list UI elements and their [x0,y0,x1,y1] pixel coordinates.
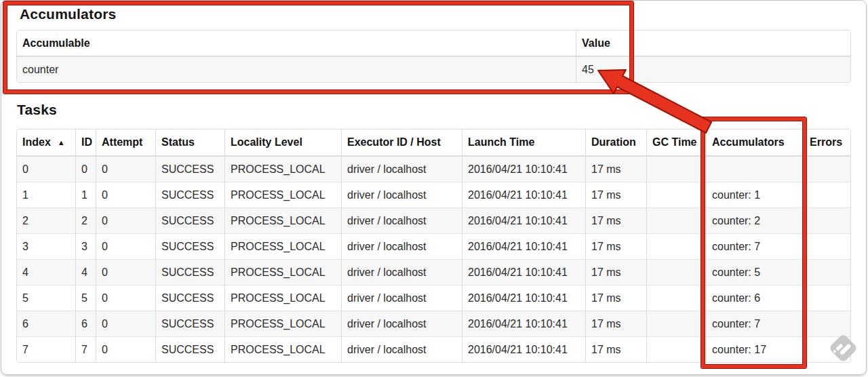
accumulators-section-title: Accumulators [20,6,116,22]
index-column-header[interactable]: Index▲ [17,130,75,157]
accumulator-row: counter 45 [17,57,850,82]
task-cell-accumulators: counter: 6 [706,285,804,311]
id-column-header[interactable]: ID [75,130,96,157]
task-cell-executor-id-host: driver / localhost [341,182,462,207]
task-cell-executor-id-host: driver / localhost [341,233,462,259]
task-cell-gc-time [646,207,706,233]
task-cell-accumulators: counter: 7 [706,233,804,259]
task-cell-id: 1 [75,182,96,207]
task-cell-executor-id-host: driver / localhost [341,336,462,362]
locality-level-column-header[interactable]: Locality Level [224,130,341,157]
task-cell-errors [804,182,850,207]
task-cell-locality-level: PROCESS_LOCAL [224,182,341,207]
task-cell-attempt: 0 [96,336,155,362]
task-cell-errors [804,336,850,362]
task-cell-executor-id-host: driver / localhost [341,207,462,233]
task-row: 770SUCCESSPROCESS_LOCALdriver / localhos… [17,336,850,362]
task-cell-gc-time [646,157,706,182]
task-cell-index: 0 [17,157,75,182]
task-cell-accumulators: counter: 17 [706,336,804,362]
task-cell-id: 5 [75,285,96,311]
task-cell-attempt: 0 [96,285,155,311]
task-cell-status: SUCCESS [155,285,224,311]
task-cell-errors [804,259,850,285]
task-cell-id: 0 [75,157,96,182]
task-cell-status: SUCCESS [155,182,224,207]
errors-column-header[interactable]: Errors [804,130,850,157]
task-cell-attempt: 0 [96,157,155,182]
task-cell-index: 7 [17,336,75,362]
task-cell-id: 3 [75,233,96,259]
task-cell-gc-time [646,233,706,259]
executor-id-host-column-header[interactable]: Executor ID / Host [341,130,462,157]
task-cell-status: SUCCESS [155,259,224,285]
task-cell-duration: 17 ms [585,182,646,207]
task-cell-duration: 17 ms [585,336,646,362]
task-row: 550SUCCESSPROCESS_LOCALdriver / localhos… [17,285,850,311]
task-cell-gc-time [646,285,706,311]
task-cell-errors [804,311,850,336]
task-cell-id: 7 [75,336,96,362]
task-cell-id: 2 [75,207,96,233]
task-cell-id: 6 [75,311,96,336]
task-cell-index: 5 [17,285,75,311]
task-cell-attempt: 0 [96,207,155,233]
task-row: 440SUCCESSPROCESS_LOCALdriver / localhos… [17,259,850,285]
accumulators-table: Accumulable Value counter 45 [16,30,851,83]
task-cell-accumulators [706,157,804,182]
task-cell-duration: 17 ms [585,207,646,233]
task-cell-duration: 17 ms [585,285,646,311]
task-cell-gc-time [646,311,706,336]
accumulators-column-header[interactable]: Accumulators [706,130,804,157]
launch-time-column-header[interactable]: Launch Time [462,130,585,157]
task-cell-locality-level: PROCESS_LOCAL [224,233,341,259]
task-cell-locality-level: PROCESS_LOCAL [224,207,341,233]
task-cell-errors [804,285,850,311]
task-row: 220SUCCESSPROCESS_LOCALdriver / localhos… [17,207,850,233]
task-cell-status: SUCCESS [155,207,224,233]
tasks-table: Index▲ ID Attempt Status Locality Level … [16,129,851,363]
task-row: 000SUCCESSPROCESS_LOCALdriver / localhos… [17,157,850,182]
value-column-header: Value [576,31,850,57]
task-cell-attempt: 0 [96,182,155,207]
task-row: 330SUCCESSPROCESS_LOCALdriver / localhos… [17,233,850,259]
task-cell-accumulators: counter: 7 [706,311,804,336]
accumulators-header-row: Accumulable Value [17,31,850,57]
task-cell-executor-id-host: driver / localhost [341,285,462,311]
task-cell-status: SUCCESS [155,311,224,336]
task-cell-launch-time: 2016/04/21 10:10:41 [462,311,585,336]
task-cell-duration: 17 ms [585,157,646,182]
task-cell-attempt: 0 [96,259,155,285]
task-cell-accumulators: counter: 5 [706,259,804,285]
sort-ascending-icon: ▲ [58,138,65,146]
task-cell-launch-time: 2016/04/21 10:10:41 [462,157,585,182]
accumulable-name-cell: counter [17,57,576,82]
task-cell-status: SUCCESS [155,233,224,259]
task-cell-launch-time: 2016/04/21 10:10:41 [462,259,585,285]
task-cell-executor-id-host: driver / localhost [341,311,462,336]
task-cell-errors [804,207,850,233]
task-cell-attempt: 0 [96,233,155,259]
task-cell-launch-time: 2016/04/21 10:10:41 [462,285,585,311]
task-cell-executor-id-host: driver / localhost [341,259,462,285]
task-cell-id: 4 [75,259,96,285]
task-cell-attempt: 0 [96,311,155,336]
task-cell-index: 2 [17,207,75,233]
task-cell-index: 6 [17,311,75,336]
task-cell-errors [804,233,850,259]
task-cell-launch-time: 2016/04/21 10:10:41 [462,207,585,233]
task-row: 660SUCCESSPROCESS_LOCALdriver / localhos… [17,311,850,336]
accumulable-value-cell: 45 [576,57,850,82]
status-column-header[interactable]: Status [155,130,224,157]
task-cell-accumulators: counter: 2 [706,207,804,233]
tasks-table-body: 000SUCCESSPROCESS_LOCALdriver / localhos… [17,157,850,362]
task-cell-status: SUCCESS [155,336,224,362]
duration-column-header[interactable]: Duration [585,130,646,157]
task-cell-gc-time [646,182,706,207]
gc-time-column-header[interactable]: GC Time [646,130,706,157]
task-cell-errors [804,157,850,182]
tasks-section-title: Tasks [17,102,57,118]
task-cell-launch-time: 2016/04/21 10:10:41 [462,182,585,207]
attempt-column-header[interactable]: Attempt [96,130,155,157]
task-row: 110SUCCESSPROCESS_LOCALdriver / localhos… [17,182,850,207]
